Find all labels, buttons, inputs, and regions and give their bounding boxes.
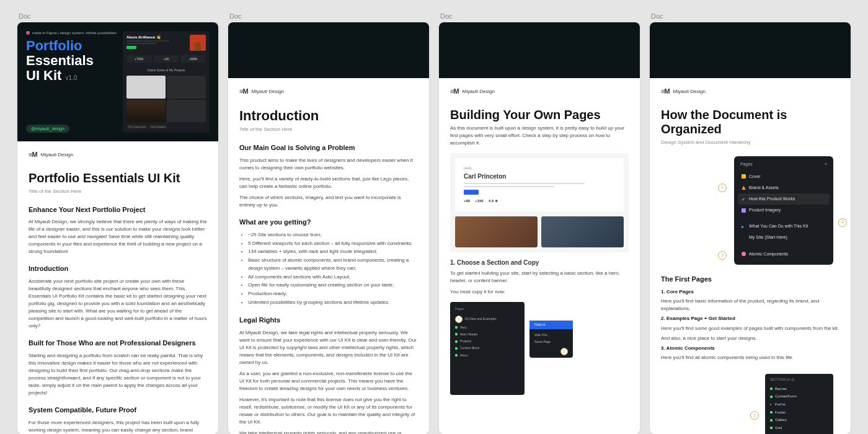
doc-column-2: Doc ≡M Miyauti Design Introduction Title…: [228, 12, 429, 434]
hero-preview-card: Alexis Brilliance 👋 +700h +30 +98% Check…: [123, 31, 210, 133]
page-item: Product Imagery: [749, 207, 781, 213]
paragraph: Accelerate your next portfolio site proj…: [29, 278, 207, 330]
annotation-1: 1: [750, 411, 759, 420]
fp-1-title: 1. Core Pages: [661, 289, 694, 294]
page-row: Projects: [460, 339, 471, 343]
panel-how-organized: ≡M Miyauti Design How the Document is Or…: [650, 22, 851, 434]
stat: +150: [475, 198, 484, 204]
imagery-icon: [742, 208, 746, 213]
annotation-1: 1: [718, 184, 727, 192]
list-item: ~25 Site sections to choose from;: [248, 231, 418, 239]
page-title: Portfolio Essentials UI Kit: [29, 171, 207, 185]
brand-icon: [742, 185, 746, 190]
section-item: Banner: [775, 386, 787, 392]
doc-label: Doc: [439, 12, 640, 20]
pill-variables: 134 Variables: [149, 125, 167, 129]
list-item: Unlimited possibilities by grouping sect…: [248, 299, 418, 307]
hero-title-line3: UI Kit v1.0: [26, 68, 117, 83]
doc-column-4: Doc ≡M Miyauti Design How the Document i…: [650, 12, 851, 434]
dark-context-menu: Copy to Main File… Same Page 2: [529, 321, 573, 358]
pages-header-label: Pages: [740, 161, 753, 167]
list-item: 134 variables + styles, with dark and li…: [248, 248, 418, 256]
step-badge-1: 1: [455, 316, 463, 323]
section-preview: Hello Carl Princeton +60 +150 4.0 ★: [450, 153, 629, 252]
pill-components: 98 Components: [126, 125, 148, 129]
hero-title: Portfolio Essentials UI Kit v1.0: [26, 38, 117, 84]
page-subtitle: Title of the Section Here: [29, 188, 207, 195]
paragraph: To get started building your site, start…: [450, 270, 629, 285]
list-item: All components and sections with Auto La…: [248, 273, 418, 281]
brand-logo-icon: ≡M: [239, 87, 248, 97]
list-item: Production-ready;: [248, 290, 418, 298]
paragraph: As a user, you are granted a non-exclusi…: [239, 370, 418, 392]
panel-introduction: ≡M Miyauti Design Introduction Title of …: [228, 22, 429, 434]
hero-banner: made in Figma | design system, infinite …: [17, 22, 218, 141]
stat-2: +30: [154, 55, 179, 63]
page-item: Cover: [749, 174, 761, 180]
page-row: Content Block: [460, 346, 479, 350]
thumb: [126, 76, 166, 99]
heading-built-for: Built for Those Who are not Professional…: [29, 339, 207, 348]
figma-badge-text: made in Figma | design system, infinite …: [32, 31, 117, 35]
paragraph: The choice of which sections, imagery, a…: [239, 194, 418, 209]
figma-badge: made in Figma | design system, infinite …: [26, 31, 117, 35]
atom-icon: [742, 252, 746, 256]
paragraph: Here, you'll find a variety of ready-to-…: [239, 175, 418, 190]
section-item: Footer: [775, 410, 786, 415]
fp-2-title: 2. Examples Page + Get Started: [661, 316, 735, 321]
step-1-title: 1. Choose a Section and Copy: [450, 259, 629, 268]
sections-panel: SECTIONS (A–Z) Banner ContactForm ▸Forms…: [765, 374, 833, 434]
brand-logo-icon: ≡M: [29, 150, 37, 160]
preview-image: [541, 216, 624, 247]
figma-icon: [26, 31, 30, 35]
annotation-3: 3: [718, 251, 727, 260]
preview-image: [455, 216, 538, 247]
dark-pages-panel: Pages 1Kit Data and Examples Hero Main H…: [450, 302, 525, 395]
heading-main-goal: Our Main Goal is Solving a Problem: [239, 143, 418, 153]
section-item: Forms: [775, 402, 786, 407]
page-title: Introduction: [239, 108, 418, 123]
list-item: 5 Different viewports for each section –…: [248, 240, 418, 248]
dark-banner: [228, 22, 429, 78]
brand-row: ≡M Miyauti Design: [661, 87, 839, 97]
page-item: What You Can Do with This Kit: [749, 223, 808, 229]
section-item: Gallery: [775, 417, 787, 423]
paragraph: We take intellectual property rights ser…: [239, 430, 418, 434]
paragraph: At Miyauti Design, we take legal rights …: [239, 329, 418, 366]
page-subtitle: Title of the Section Here: [239, 126, 418, 133]
preview-cta-button: [464, 190, 479, 195]
sections-header: SECTIONS (A–Z): [770, 378, 828, 382]
heading-introduction: Introduction: [29, 264, 207, 274]
avatar: [190, 35, 206, 51]
heading-system: System Compatible, Future Proof: [29, 405, 207, 415]
menu-header: Copy to: [529, 321, 573, 329]
list-item: Open file for easily customizing and cre…: [248, 281, 418, 290]
menu-item: Same Page: [534, 340, 551, 344]
preview-name: Carl Princeton: [464, 172, 615, 182]
dark-banner: [650, 22, 851, 78]
section-item: Grid: [775, 425, 782, 431]
thumb: [167, 100, 206, 123]
paragraph: You must copy it for now.: [450, 288, 629, 296]
paragraph: Here you'll find basic information of th…: [661, 298, 839, 312]
heading-enhance: Enhance Your Next Portfolio Project: [29, 205, 207, 215]
doc-column-1: Doc made in Figma | design system, infin…: [17, 12, 218, 434]
panel-building-pages: ≡M Miyauti Design Building Your Own Page…: [439, 22, 640, 434]
doc-column-3: Doc ≡M Miyauti Design Building Your Own …: [439, 12, 640, 434]
figma-pages-preview: Pages 1Kit Data and Examples Hero Main H…: [450, 302, 629, 395]
check-icon: ✓: [742, 197, 746, 202]
doc-label: Doc: [228, 12, 429, 20]
paragraph: However, it's important to note that thi…: [239, 396, 418, 426]
page-item: How this Product Works: [749, 196, 795, 202]
preview-eyebrow: Hello: [464, 166, 615, 171]
brand-name: Miyauti Design: [463, 88, 495, 95]
plus-icon: +: [825, 161, 827, 167]
page-row: Menu: [460, 353, 468, 358]
section-item: ContactForm: [775, 394, 797, 399]
heading-getting: What are you getting?: [239, 218, 418, 228]
doc-label: Doc: [650, 12, 851, 20]
cover-icon: [742, 174, 746, 179]
page-row: Hero: [460, 326, 467, 330]
list-item: Basic structure of atomic components, an…: [248, 257, 418, 273]
paragraph: Starting and designing a portfolio from …: [29, 352, 207, 397]
